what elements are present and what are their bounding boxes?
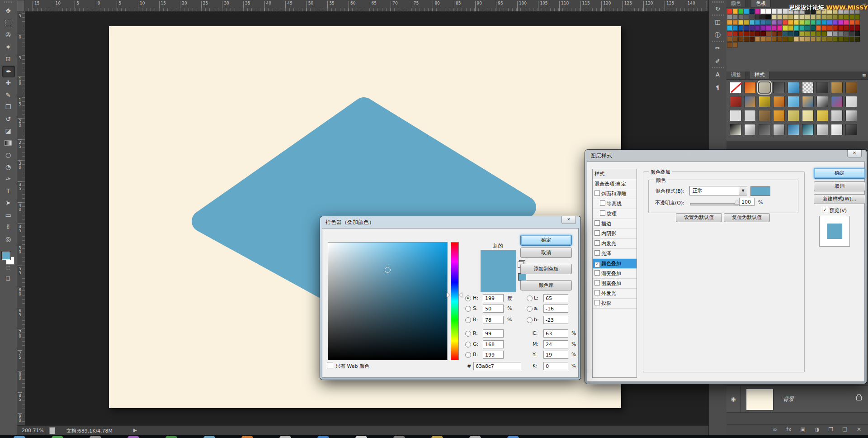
color-swatch[interactable] xyxy=(783,31,788,37)
field-input-K[interactable]: 0 xyxy=(543,362,568,370)
style-preset[interactable] xyxy=(802,110,814,121)
gradient-tool[interactable] xyxy=(2,138,14,148)
color-swatch[interactable] xyxy=(738,9,744,14)
chevron-down-icon[interactable]: ▼ xyxy=(739,186,747,195)
color-swatch[interactable] xyxy=(844,14,849,20)
history-panel-icon[interactable]: ↻ xyxy=(712,4,724,14)
color-swatch[interactable] xyxy=(827,25,832,31)
style-preset[interactable] xyxy=(816,124,828,135)
style-preset[interactable] xyxy=(730,110,741,121)
color-swatch[interactable] xyxy=(777,31,783,37)
layer-style-item-斜面和浮雕[interactable]: 斜面和浮雕 xyxy=(593,189,637,199)
color-swatch[interactable] xyxy=(760,20,766,25)
color-swatch[interactable] xyxy=(744,25,749,31)
color-swatch[interactable] xyxy=(821,20,827,25)
layer-style-item-描边[interactable]: 描边 xyxy=(593,219,637,229)
reset-default-button[interactable]: 复位为默认值 xyxy=(724,213,770,222)
color-swatch[interactable] xyxy=(805,20,810,25)
color-swatch[interactable] xyxy=(799,37,805,42)
windows-taskbar[interactable] xyxy=(0,435,868,438)
color-swatch[interactable] xyxy=(783,14,788,20)
checkbox-icon[interactable]: ✓ xyxy=(594,262,600,267)
style-preset[interactable] xyxy=(744,124,756,135)
hex-input[interactable]: 63a8c7 xyxy=(473,362,521,370)
checkbox-icon[interactable] xyxy=(600,210,605,216)
color-swatch[interactable] xyxy=(827,31,832,37)
color-swatch[interactable] xyxy=(777,37,783,42)
dodge-tool[interactable]: ◔ xyxy=(2,162,14,172)
vertical-ruler[interactable]: 5051015202530354045505560657075808590 xyxy=(17,11,25,425)
path-select-tool[interactable]: ➤ xyxy=(2,197,14,208)
layer-row-background[interactable]: ◉ 背景 xyxy=(726,386,868,413)
color-swatch[interactable] xyxy=(805,14,810,20)
type-tool[interactable]: T xyxy=(2,186,14,196)
color-swatch[interactable] xyxy=(788,20,793,25)
cancel-button[interactable]: 取消 xyxy=(520,248,572,258)
color-swatch[interactable] xyxy=(733,42,738,48)
taskbar-app-icon[interactable] xyxy=(469,436,481,438)
color-swatch[interactable] xyxy=(744,9,749,14)
taskbar-app-icon[interactable] xyxy=(165,436,177,438)
field-input-a[interactable]: -16 xyxy=(543,305,568,313)
color-swatch[interactable] xyxy=(727,20,732,25)
layer-name[interactable]: 背景 xyxy=(783,395,794,403)
color-swatch[interactable] xyxy=(766,9,771,14)
style-preset[interactable] xyxy=(759,82,770,93)
layer-mask-icon[interactable]: ▣ xyxy=(798,426,808,433)
color-swatch[interactable] xyxy=(738,25,744,31)
color-swatch[interactable] xyxy=(816,14,821,20)
screen-mode-button[interactable]: ❑ xyxy=(2,273,14,284)
layer-style-item-图案叠加[interactable]: 图案叠加 xyxy=(593,279,637,289)
hue-slider-marker-right[interactable] xyxy=(459,293,462,297)
eyedropper-tool[interactable]: ✒ xyxy=(2,66,15,77)
style-preset[interactable] xyxy=(730,124,741,135)
style-preset[interactable] xyxy=(730,82,741,93)
color-swatch[interactable] xyxy=(794,25,799,31)
current-color-swatch[interactable] xyxy=(481,271,516,292)
field-input-Y[interactable]: 19 xyxy=(543,351,568,359)
color-swatch[interactable] xyxy=(772,14,777,20)
layer-style-item-外发光[interactable]: 外发光 xyxy=(593,289,637,299)
horizontal-ruler[interactable]: 1510505101520253035404550556065707580859… xyxy=(25,0,708,12)
tab-adjustments[interactable]: 调整 xyxy=(726,71,746,79)
style-preset[interactable] xyxy=(816,96,828,107)
layer-style-item-纹理[interactable]: 纹理 xyxy=(593,209,637,219)
web-safe-color-swatch[interactable] xyxy=(518,273,526,281)
checkbox-icon[interactable] xyxy=(600,200,605,206)
style-preset[interactable] xyxy=(845,82,857,93)
info-panel-icon[interactable]: ⓘ xyxy=(712,30,724,41)
style-preset[interactable] xyxy=(759,124,770,135)
color-swatch[interactable] xyxy=(755,25,760,31)
color-swatch[interactable] xyxy=(833,20,838,25)
style-preset[interactable] xyxy=(773,82,785,93)
color-swatch[interactable] xyxy=(755,9,760,14)
color-field-marker[interactable] xyxy=(385,267,391,273)
color-swatch[interactable] xyxy=(827,14,832,20)
color-swatch[interactable] xyxy=(799,14,805,20)
pen-tool[interactable]: ✑ xyxy=(2,173,14,184)
color-swatch[interactable] xyxy=(750,31,755,37)
color-swatch[interactable] xyxy=(838,14,844,20)
color-swatch[interactable] xyxy=(777,20,783,25)
color-swatch[interactable] xyxy=(738,31,744,37)
color-swatch[interactable] xyxy=(777,25,783,31)
checkbox-icon[interactable] xyxy=(594,240,600,246)
color-swatch[interactable] xyxy=(777,9,783,14)
style-preset[interactable] xyxy=(816,110,828,121)
color-swatch[interactable] xyxy=(755,14,760,20)
color-swatch[interactable] xyxy=(750,20,755,25)
color-swatch[interactable] xyxy=(733,31,738,37)
overlay-color-swatch[interactable] xyxy=(750,186,770,196)
field-input-S[interactable]: 50 xyxy=(483,305,504,313)
shape-tool[interactable]: ▭ xyxy=(2,209,14,220)
style-preset[interactable] xyxy=(788,82,799,93)
color-swatch[interactable] xyxy=(838,20,844,25)
field-input-G[interactable]: 168 xyxy=(483,340,504,348)
color-swatch[interactable] xyxy=(783,37,788,42)
layer-style-item-内发光[interactable]: 内发光 xyxy=(593,239,637,249)
hue-slider[interactable] xyxy=(451,242,459,360)
opacity-slider-track[interactable] xyxy=(690,203,739,205)
adjustment-layer-icon[interactable]: ◑ xyxy=(812,426,822,433)
color-swatch[interactable] xyxy=(838,37,844,42)
layer-style-item-投影[interactable]: 投影 xyxy=(593,299,637,309)
